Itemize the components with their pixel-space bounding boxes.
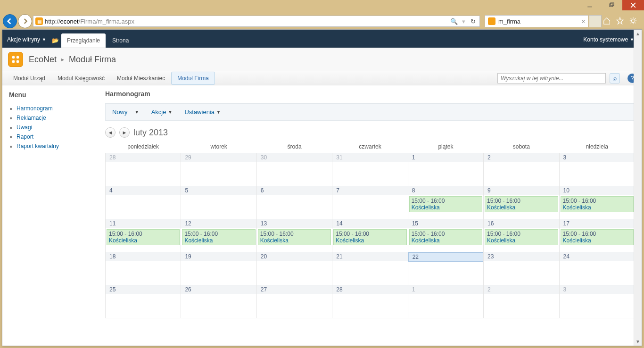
window-restore-button[interactable] xyxy=(601,0,622,10)
event-location: Kościeliska xyxy=(487,204,555,211)
module-tab[interactable]: Moduł Mieszkaniec xyxy=(111,72,171,85)
calendar-cell[interactable]: 25 xyxy=(106,285,181,318)
next-month-button[interactable]: ► xyxy=(119,127,130,138)
calendar-event[interactable]: 15:00 - 16:00Kościeliska xyxy=(409,196,482,212)
calendar-event[interactable]: 15:00 - 16:00Kościeliska xyxy=(182,229,255,245)
side-menu-item[interactable]: Raport xyxy=(17,133,95,140)
search-button[interactable]: ⌕ xyxy=(610,73,620,83)
site-actions-menu[interactable]: Akcje witryny ▼ xyxy=(2,36,51,48)
calendar-event[interactable]: 15:00 - 16:00Kościeliska xyxy=(561,229,634,245)
side-menu-item[interactable]: Uwagi xyxy=(17,124,95,131)
event-location: Kościeliska xyxy=(109,237,177,244)
calendar-day-number: 1 xyxy=(408,153,483,162)
calendar-cell[interactable]: 22 xyxy=(408,252,483,285)
svg-rect-2 xyxy=(611,3,614,6)
side-menu-item[interactable]: Reklamacje xyxy=(17,115,95,121)
calendar-cell[interactable]: 1215:00 - 16:00Kościeliska xyxy=(181,219,256,252)
calendar-cell[interactable]: 30 xyxy=(256,153,332,186)
calendar-cell[interactable]: 6 xyxy=(256,186,332,219)
calendar-cell[interactable]: 1 xyxy=(408,285,483,318)
search-icon[interactable]: 🔍 xyxy=(449,17,459,26)
calendar-day-number: 15 xyxy=(408,219,483,228)
calendar-cell[interactable]: 27 xyxy=(256,285,332,318)
calendar-cell[interactable]: 1515:00 - 16:00Kościeliska xyxy=(408,219,483,252)
calendar-cell[interactable]: 1315:00 - 16:00Kościeliska xyxy=(256,219,332,252)
browser-back-button[interactable] xyxy=(3,14,17,28)
refresh-icon[interactable]: ↻ xyxy=(468,17,478,26)
calendar-cell[interactable]: 19 xyxy=(181,252,256,285)
calendar-cell[interactable]: 1715:00 - 16:00Kościeliska xyxy=(559,219,635,252)
calendar-cell[interactable]: 1615:00 - 16:00Kościeliska xyxy=(484,219,559,252)
calendar-event[interactable]: 15:00 - 16:00Kościeliska xyxy=(409,229,482,245)
tab-close-icon[interactable]: × xyxy=(581,18,585,25)
calendar-event[interactable]: 15:00 - 16:00Kościeliska xyxy=(561,196,634,212)
module-tab[interactable]: Moduł Księgowość xyxy=(51,72,111,85)
calendar-event[interactable]: 15:00 - 16:00Kościeliska xyxy=(485,196,558,212)
calendar-cell[interactable]: 28 xyxy=(106,153,181,186)
calendar-cell[interactable]: 915:00 - 16:00Kościeliska xyxy=(484,186,559,219)
address-bar[interactable]: ▦ http://econet/Firma/m_firma.aspx 🔍 ▾ ↻ xyxy=(33,16,480,27)
calendar-cell[interactable]: 23 xyxy=(484,252,559,285)
toolbar-new[interactable]: Nowy ▼ xyxy=(112,108,139,116)
calendar-day-number: 18 xyxy=(106,252,181,261)
site-search-input[interactable] xyxy=(497,73,606,83)
calendar-cell[interactable]: 29 xyxy=(181,153,256,186)
scroll-down-icon[interactable]: ▼ xyxy=(634,338,642,346)
scroll-up-icon[interactable]: ▲ xyxy=(634,30,642,38)
calendar-event[interactable]: 15:00 - 16:00Kościeliska xyxy=(333,229,406,245)
calendar-event[interactable]: 15:00 - 16:00Kościeliska xyxy=(107,229,180,245)
event-time: 15:00 - 16:00 xyxy=(109,231,177,237)
calendar-cell[interactable]: 2 xyxy=(484,153,559,186)
vertical-scrollbar[interactable]: ▲ ▼ xyxy=(634,30,642,346)
window-minimize-button[interactable] xyxy=(579,0,601,10)
breadcrumb-root[interactable]: EcoNet xyxy=(29,55,57,65)
side-menu-item[interactable]: Raport kwartalny xyxy=(17,143,95,149)
event-time: 15:00 - 16:00 xyxy=(412,231,480,237)
calendar-day-number: 2 xyxy=(484,153,559,162)
calendar-cell[interactable]: 4 xyxy=(106,186,181,219)
calendar-cell[interactable]: 2 xyxy=(484,285,559,318)
calendar-event[interactable]: 15:00 - 16:00Kościeliska xyxy=(485,229,558,245)
prev-month-button[interactable]: ◄ xyxy=(105,127,116,138)
site-logo-icon[interactable] xyxy=(8,52,23,67)
calendar-cell[interactable]: 1415:00 - 16:00Kościeliska xyxy=(332,219,408,252)
calendar-cell[interactable]: 5 xyxy=(181,186,256,219)
home-icon[interactable] xyxy=(603,17,611,26)
calendar-cell[interactable]: 3 xyxy=(559,285,635,318)
calendar-cell[interactable]: 26 xyxy=(181,285,256,318)
new-tab-button[interactable] xyxy=(589,15,602,27)
browser-tab[interactable]: m_firma × xyxy=(485,15,588,27)
account-menu[interactable]: Konto systemowe ▼ xyxy=(583,36,642,48)
url-path: /Firma/m_firma.aspx xyxy=(79,18,134,25)
toolbar-settings[interactable]: Ustawienia ▼ xyxy=(184,108,221,116)
window-close-button[interactable] xyxy=(622,0,644,10)
navigate-up-icon[interactable]: 📂 xyxy=(51,37,60,48)
calendar-cell[interactable]: 1115:00 - 16:00Kościeliska xyxy=(106,219,181,252)
side-menu-item[interactable]: Harmonogram xyxy=(17,105,95,112)
calendar-cell[interactable]: 1 xyxy=(408,153,483,186)
module-tab[interactable]: Moduł Firma xyxy=(171,72,215,85)
toolbar-actions[interactable]: Akcje ▼ xyxy=(151,108,173,116)
calendar-cell[interactable]: 21 xyxy=(332,252,408,285)
calendar-cell[interactable]: 7 xyxy=(332,186,408,219)
calendar-day-header: sobota xyxy=(484,141,559,153)
favorites-icon[interactable] xyxy=(616,17,624,26)
calendar-event[interactable]: 15:00 - 16:00Kościeliska xyxy=(258,229,331,245)
calendar-cell[interactable]: 28 xyxy=(332,285,408,318)
calendar-grid: poniedziałekwtorekśrodaczwartekpiąteksob… xyxy=(105,141,635,318)
calendar-cell[interactable]: 3 xyxy=(559,153,635,186)
chevron-down-icon: ▼ xyxy=(135,110,139,115)
module-tab[interactable]: Moduł Urząd xyxy=(7,72,51,85)
calendar-cell[interactable]: 20 xyxy=(256,252,332,285)
ribbon-tab-page[interactable]: Strona xyxy=(107,33,134,48)
calendar-cell[interactable]: 1015:00 - 16:00Kościeliska xyxy=(559,186,635,219)
calendar-cell[interactable]: 18 xyxy=(106,252,181,285)
ribbon-tab-browse[interactable]: Przeglądanie xyxy=(61,33,106,48)
browser-forward-button[interactable] xyxy=(18,14,32,28)
calendar-cell[interactable]: 24 xyxy=(559,252,635,285)
calendar-cell[interactable]: 815:00 - 16:00Kościeliska xyxy=(408,186,483,219)
tools-icon[interactable] xyxy=(629,17,637,26)
calendar-cell[interactable]: 31 xyxy=(332,153,408,186)
event-location: Kościeliska xyxy=(260,237,329,244)
event-location: Kościeliska xyxy=(336,237,404,244)
